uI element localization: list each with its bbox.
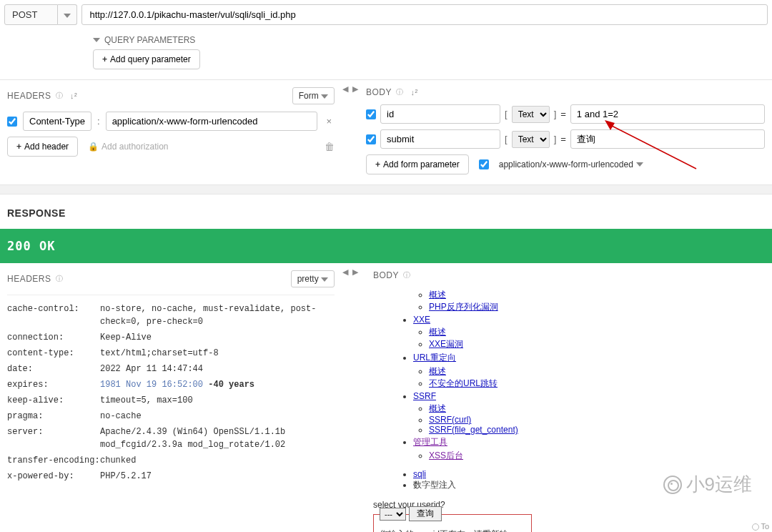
response-header-row: date:2022 Apr 11 14:47:44 (7, 361, 335, 377)
header-name-input[interactable] (23, 112, 91, 131)
chevron-down-icon (64, 14, 71, 18)
body-content-type-dropdown[interactable]: application/x-www-form-urlencoded (499, 159, 643, 169)
body-param-enabled-checkbox[interactable] (366, 109, 376, 119)
nav-section-link[interactable]: XXE (413, 315, 430, 325)
nav-link[interactable]: 不安全的URL跳转 (429, 378, 498, 388)
nav-link[interactable]: XXE漏洞 (429, 339, 463, 349)
sort-icon[interactable]: ↓² (411, 88, 418, 97)
error-message: 您输入的user id不存在，请重新输入！ (380, 528, 525, 532)
response-header-row: pragma:no-cache (7, 408, 335, 424)
nav-link[interactable]: SSRF(curl) (429, 415, 471, 425)
sort-icon[interactable]: ↓² (70, 92, 77, 100)
remove-header-icon[interactable]: × (323, 116, 335, 127)
query-params-header[interactable]: QUERY PARAMETERS (93, 31, 772, 49)
delete-all-headers-icon[interactable]: 🗑 (325, 141, 335, 152)
chevron-down-icon (321, 94, 328, 99)
nav-link[interactable]: XSS后台 (429, 450, 463, 460)
request-body-title: BODY ⓘ ↓² (366, 87, 418, 97)
response-header-row: keep-alive:timeout=5, max=100 (7, 393, 335, 408)
body-content-type-checkbox[interactable] (479, 159, 489, 169)
body-param-value-input[interactable] (570, 104, 765, 124)
nav-link[interactable]: 概述 (429, 290, 446, 300)
response-header-row: content-type:text/html;charset=utf-8 (7, 345, 335, 361)
header-value-input[interactable] (106, 112, 318, 131)
chevron-down-icon (636, 162, 643, 167)
collapse-right-icon[interactable]: ▶ (352, 267, 358, 277)
response-header-row: cache-control:no-store, no-cache, must-r… (7, 301, 335, 330)
body-param-enabled-checkbox[interactable] (366, 134, 376, 144)
userid-select[interactable]: --- (380, 508, 406, 521)
response-headers-title: HEADERS ⓘ (7, 274, 63, 284)
body-param-type-select[interactable]: Text (512, 106, 550, 123)
collapse-right-icon[interactable]: ▶ (352, 84, 358, 94)
response-label: RESPONSE (0, 194, 772, 229)
add-header-button[interactable]: +Add header (7, 137, 78, 157)
body-param-value-input[interactable] (570, 129, 765, 149)
http-method-dropdown[interactable] (58, 4, 77, 25)
nav-link[interactable]: 概述 (429, 403, 446, 413)
request-url-input[interactable] (81, 4, 768, 25)
add-form-parameter-button[interactable]: +Add form parameter (366, 154, 469, 174)
response-status-bar: 200 OK (0, 229, 772, 263)
response-header-row: connection:Keep-Alive (7, 330, 335, 345)
nav-link[interactable]: sqli (413, 469, 426, 479)
response-headers-view-dropdown[interactable]: pretty (291, 270, 335, 287)
nav-link[interactable]: 概述 (429, 366, 446, 376)
caret-down-icon (93, 38, 100, 42)
response-header-row: expires:1981 Nov 19 16:52:00 -40 years (7, 377, 335, 393)
body-param-type-select[interactable]: Text (512, 131, 550, 148)
nav-link[interactable]: 概述 (429, 327, 446, 337)
request-headers-title: HEADERS ⓘ ↓² (7, 91, 77, 101)
nav-link[interactable]: SSRF(file_get_content) (429, 425, 518, 435)
headers-form-dropdown[interactable]: Form (292, 87, 335, 104)
body-param-name-input[interactable] (380, 104, 500, 124)
watermark-icon (663, 476, 682, 494)
error-highlight-box: --- 查询 您输入的user id不存在，请重新输入！ (373, 514, 532, 532)
add-authorization-link[interactable]: 🔒 Add authorization (88, 142, 168, 152)
nav-section-link[interactable]: URL重定向 (413, 353, 456, 363)
collapse-left-icon[interactable]: ◀ (342, 84, 348, 94)
response-header-row: server:Apache/2.4.39 (Win64) OpenSSL/1.1… (7, 424, 335, 453)
response-header-row: x-powered-by:PHP/5.2.17 (7, 468, 335, 484)
add-query-parameter-button[interactable]: +Add query parameter (93, 49, 200, 69)
query-submit-button[interactable]: 查询 (409, 506, 442, 521)
body-param-name-input[interactable] (380, 129, 500, 149)
response-body-title: BODY ⓘ (373, 270, 411, 280)
response-header-row: transfer-encoding:chunked (7, 453, 335, 468)
chevron-down-icon (321, 277, 328, 282)
watermark: 小9运维 (663, 472, 752, 497)
nav-link[interactable]: PHP反序列化漏洞 (429, 302, 498, 312)
colon-separator: : (97, 116, 100, 127)
http-method-select[interactable]: POST (4, 4, 58, 25)
header-enabled-checkbox[interactable] (7, 117, 17, 127)
bottom-hint: To (752, 522, 769, 531)
nav-section-link[interactable]: 管理工具 (413, 437, 447, 447)
nav-section-link[interactable]: SSRF (413, 391, 436, 401)
collapse-left-icon[interactable]: ◀ (342, 267, 348, 277)
query-params-label: QUERY PARAMETERS (104, 35, 195, 45)
